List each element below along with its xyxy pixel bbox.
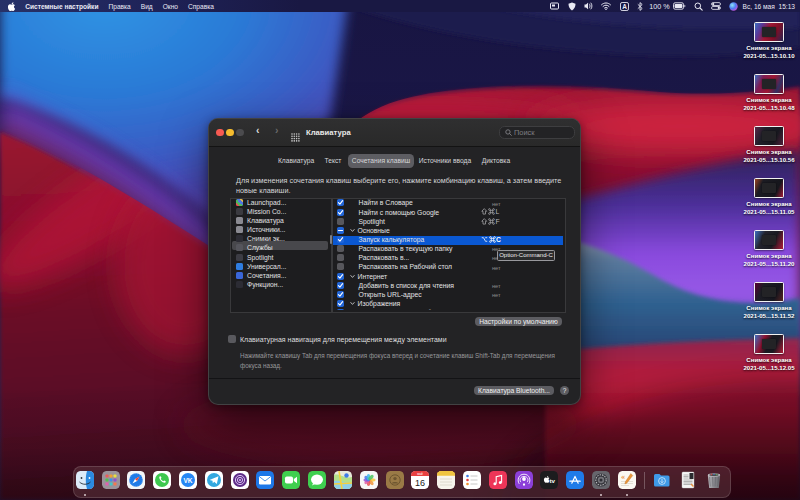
svg-text:A: A — [622, 2, 627, 9]
svg-text:VK: VK — [183, 477, 192, 484]
svg-text:май: май — [418, 472, 424, 476]
svg-text:16: 16 — [415, 478, 425, 488]
svg-text:«: « — [621, 472, 625, 481]
svg-text:tv: tv — [550, 477, 556, 484]
